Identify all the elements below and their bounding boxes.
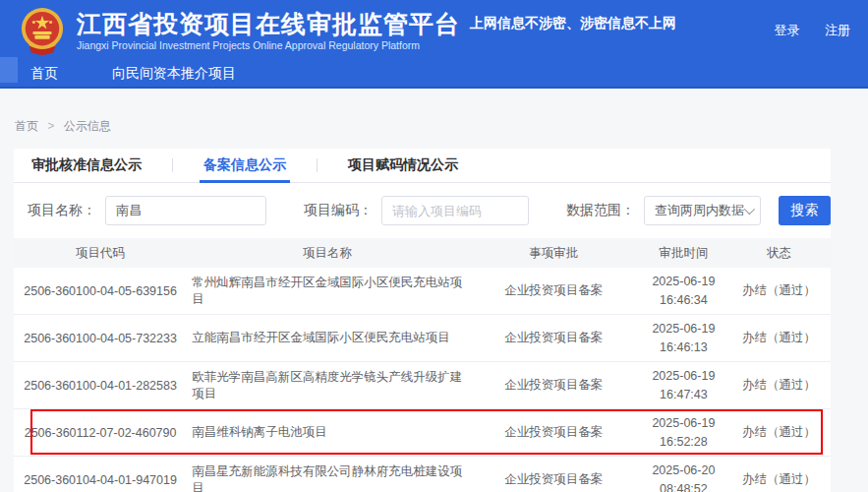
- breadcrumb-current: 公示信息: [64, 119, 111, 133]
- approval-item-cell: 企业投资项目备案: [468, 282, 640, 299]
- site-title: 江西省投资项目在线审批监管平台: [77, 10, 460, 38]
- approval-time-cell: 2025-06-19 16:47:43: [640, 367, 728, 402]
- approval-time-cell: 2025-06-20 08:48:52: [640, 461, 728, 492]
- approval-clock: 16:52:28: [640, 433, 728, 451]
- table-row[interactable]: 2506-360100-04-05-639156 常州灿辉南昌市经开区金域国际小…: [14, 268, 831, 315]
- col-header-approval-time: 审批时间: [640, 244, 728, 262]
- project-name-cell: 立能南昌市经开区金域国际小区便民充电站项目: [187, 330, 468, 346]
- breadcrumb-home[interactable]: 首页: [15, 119, 38, 133]
- approval-date: 2025-06-19: [640, 414, 728, 432]
- approval-item-cell: 企业投资项目备案: [468, 330, 640, 346]
- data-range-label: 数据范围：: [566, 202, 635, 219]
- site-subtitle: Jiangxi Provincial Investment Projects O…: [77, 39, 460, 51]
- site-header: 江西省投资项目在线审批监管平台 Jiangxi Provincial Inves…: [0, 0, 868, 61]
- project-code-cell: 2506-360100-04-05-732233: [14, 332, 187, 345]
- register-link[interactable]: 注册: [825, 23, 850, 37]
- data-range-select[interactable]: 查询两周内数据: [644, 196, 761, 225]
- project-name-label: 项目名称：: [28, 202, 96, 219]
- breadcrumb-separator: >: [47, 119, 54, 133]
- col-header-status: 状态: [727, 245, 831, 262]
- main-nav: 首页 向民间资本推介项目: [0, 61, 868, 89]
- approval-item-cell: 企业投资项目备案: [468, 377, 640, 394]
- approval-date: 2025-06-19: [640, 273, 728, 290]
- tab-filing-info[interactable]: 备案信息公示: [200, 149, 290, 183]
- tab-divider: [317, 158, 318, 172]
- national-emblem-icon: [20, 5, 65, 58]
- status-cell: 办结（通过）: [727, 377, 831, 394]
- main-content: 首页 > 公示信息 审批核准信息公示 备案信息公示 项目赋码情况公示 项目名称：…: [0, 89, 868, 492]
- login-link[interactable]: 登录: [774, 23, 799, 37]
- approval-time-cell: 2025-06-19 16:46:34: [640, 273, 728, 308]
- nav-left-accent: [0, 57, 18, 83]
- results-table: 项目代码 项目名称 事项审批 审批时间 状态 2506-360100-04-05…: [14, 238, 831, 492]
- approval-date: 2025-06-19: [640, 320, 728, 338]
- project-name-cell: 常州灿辉南昌市经开区金域国际小区便民充电站项目: [187, 275, 468, 308]
- table-row[interactable]: 2506-360104-04-01-947019 南昌星充新能源科技有限公司静林…: [14, 457, 831, 492]
- project-code-input[interactable]: [381, 196, 529, 225]
- search-form: 项目名称： 项目编码： 数据范围： 查询两周内数据 搜索: [14, 183, 831, 238]
- approval-date: 2025-06-19: [640, 367, 728, 385]
- approval-time-cell: 2025-06-19 16:46:13: [640, 320, 728, 355]
- status-cell: 办结（通过）: [727, 424, 831, 441]
- tab-bar: 审批核准信息公示 备案信息公示 项目赋码情况公示: [14, 149, 831, 183]
- project-code-label: 项目编码：: [304, 202, 373, 219]
- security-notice: 上网信息不涉密、涉密信息不上网: [470, 15, 676, 32]
- project-code-cell: 2506-360100-04-01-282583: [14, 379, 187, 393]
- table-row[interactable]: 2506-360100-04-01-282583 欧菲光学南昌高新区高精度光学镜…: [14, 362, 831, 409]
- project-code-cell: 2506-360104-04-01-947019: [14, 473, 187, 487]
- nav-item-private-capital-projects[interactable]: 向民间资本推介项目: [112, 65, 236, 83]
- table-row[interactable]: 2506-360112-07-02-460790 南昌维科钠离子电池项目 企业投…: [14, 409, 831, 457]
- tab-divider: [172, 158, 173, 172]
- approval-date: 2025-06-20: [640, 461, 728, 479]
- approval-item-cell: 企业投资项目备案: [468, 471, 640, 488]
- data-range-value: 查询两周内数据: [655, 202, 744, 219]
- breadcrumb: 首页 > 公示信息: [15, 118, 868, 134]
- project-name-input[interactable]: [105, 196, 266, 225]
- status-cell: 办结（通过）: [727, 471, 831, 488]
- search-button[interactable]: 搜索: [779, 196, 831, 225]
- status-cell: 办结（通过）: [727, 330, 831, 346]
- approval-clock: 16:46:13: [640, 338, 728, 356]
- col-header-project-name: 项目名称: [187, 245, 468, 262]
- tab-approval-info[interactable]: 审批核准信息公示: [28, 149, 145, 183]
- tab-project-code-info[interactable]: 项目赋码情况公示: [344, 149, 462, 183]
- approval-clock: 08:48:52: [640, 480, 728, 492]
- approval-clock: 16:47:43: [640, 386, 728, 403]
- publicity-card: 审批核准信息公示 备案信息公示 项目赋码情况公示 项目名称： 项目编码： 数据范…: [14, 149, 831, 492]
- project-code-cell: 2506-360112-07-02-460790: [14, 426, 187, 440]
- project-code-cell: 2506-360100-04-05-639156: [14, 284, 187, 298]
- chevron-down-icon: [744, 204, 755, 215]
- nav-item-home[interactable]: 首页: [30, 65, 58, 83]
- table-body: 2506-360100-04-05-639156 常州灿辉南昌市经开区金域国际小…: [14, 268, 831, 492]
- table-header: 项目代码 项目名称 事项审批 审批时间 状态: [14, 238, 831, 268]
- approval-time-cell: 2025-06-19 16:52:28: [640, 414, 728, 450]
- project-name-cell: 南昌维科钠离子电池项目: [187, 424, 468, 441]
- status-cell: 办结（通过）: [727, 282, 831, 299]
- col-header-project-code: 项目代码: [14, 245, 187, 262]
- project-name-cell: 南昌星充新能源科技有限公司静林府充电桩建设项目: [187, 463, 468, 492]
- col-header-approval-item: 事项审批: [468, 245, 640, 262]
- table-row[interactable]: 2506-360100-04-05-732233 立能南昌市经开区金域国际小区便…: [14, 315, 831, 362]
- approval-clock: 16:46:34: [640, 291, 728, 309]
- project-name-cell: 欧菲光学南昌高新区高精度光学镜头产线升级扩建项目: [187, 369, 468, 402]
- approval-item-cell: 企业投资项目备案: [468, 424, 640, 441]
